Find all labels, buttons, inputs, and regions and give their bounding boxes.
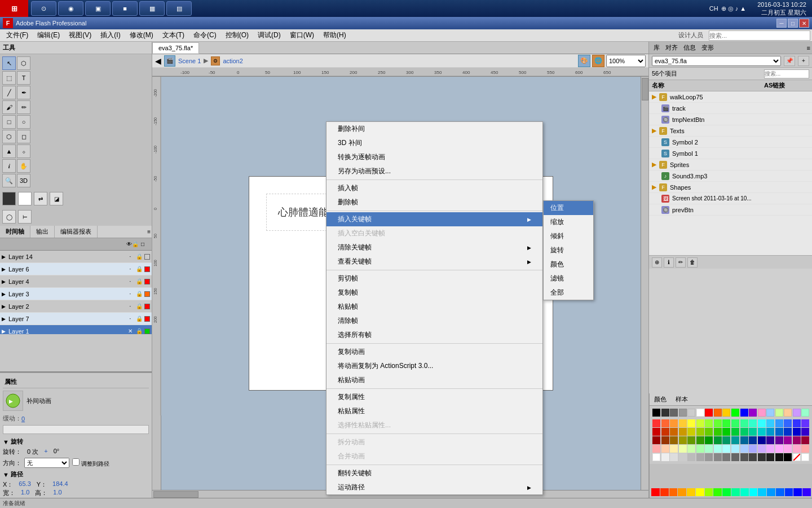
ctx-insert-keyframe[interactable]: 插入关键帧 ▶ [326, 212, 542, 226]
color-swatch[interactable] [731, 419, 739, 427]
color-swatch[interactable] [758, 436, 766, 444]
color-swatch[interactable] [661, 445, 669, 453]
ctx-save-preset[interactable]: 另存为动画预设... [326, 164, 542, 178]
color-cell[interactable] [705, 409, 713, 417]
lib-new-btn[interactable]: + [798, 56, 809, 66]
color-swatch[interactable] [758, 445, 766, 453]
color-cell[interactable] [801, 409, 809, 417]
color-cell[interactable] [758, 409, 766, 417]
color-swatch[interactable] [696, 445, 704, 453]
ctx-copy-props[interactable]: 复制属性 [326, 390, 542, 404]
ease-value[interactable]: 0 [21, 415, 25, 422]
menu-text[interactable]: 文本(T) [158, 29, 189, 41]
color-swatch[interactable] [696, 419, 704, 427]
color-swatch[interactable] [652, 419, 660, 427]
ctx-cut-frames[interactable]: 剪切帧 [326, 271, 542, 286]
color-swatch[interactable] [801, 436, 809, 444]
color-swatch[interactable] [766, 428, 774, 436]
cs[interactable] [749, 488, 758, 496]
color-swatch[interactable] [696, 428, 704, 436]
tab-align[interactable]: 对齐 [663, 43, 681, 52]
taskbar-app-1[interactable]: ⊙ [31, 1, 56, 16]
color-swatch[interactable] [784, 436, 792, 444]
tool-pencil[interactable]: ✏ [17, 100, 30, 114]
color-swatch[interactable] [705, 436, 713, 444]
color-swatch[interactable] [775, 436, 783, 444]
tool-text[interactable]: T [17, 71, 30, 85]
layer-row-4[interactable]: ▶ Layer 4 · 🔒 [0, 275, 152, 288]
color-swatch[interactable] [705, 428, 713, 436]
lib-item-symbol2[interactable]: S Symbol 2 [649, 137, 812, 148]
lib-options-btn[interactable]: ≡ [807, 45, 810, 51]
color-swatch[interactable] [758, 453, 766, 461]
color-swatch[interactable] [679, 445, 687, 453]
path-checkbox[interactable] [72, 458, 80, 466]
color-swatch[interactable] [784, 419, 792, 427]
color-swatch[interactable] [661, 436, 669, 444]
tool-pen[interactable]: ✒ [17, 86, 30, 99]
tool-line[interactable]: ╱ [2, 86, 16, 99]
layer-row-14[interactable]: ▶ Layer 14 · 🔒 [0, 251, 152, 263]
search-input[interactable] [709, 30, 810, 41]
lib-item-sprites[interactable]: ▶ F Sprites [649, 159, 812, 170]
cs[interactable] [705, 488, 713, 496]
color-swatch[interactable] [793, 419, 801, 427]
swap-colors[interactable]: ⇄ [34, 192, 47, 205]
color-swatch[interactable] [687, 445, 695, 453]
tab-transform[interactable]: 变形 [699, 43, 717, 52]
color-swatch[interactable] [740, 453, 748, 461]
y-value[interactable]: 184.4 [52, 480, 68, 489]
cs[interactable] [722, 488, 731, 496]
cs[interactable] [740, 488, 749, 496]
cs[interactable] [793, 488, 802, 496]
taskbar-app-3[interactable]: ▣ [85, 1, 111, 16]
stroke-color[interactable] [2, 192, 16, 205]
sub-item-all[interactable]: 全部 [544, 286, 593, 300]
fill-color[interactable] [18, 192, 32, 205]
color-swatch[interactable] [740, 419, 748, 427]
sub-item-skew[interactable]: 倾斜 [544, 229, 593, 243]
lib-item-symbol1[interactable]: S Symbol 1 [649, 148, 812, 159]
menu-help[interactable]: 帮助(H) [319, 29, 351, 41]
color-cell[interactable] [793, 409, 801, 417]
color-swatch[interactable] [775, 428, 783, 436]
color-swatch[interactable] [661, 428, 669, 436]
direction-select[interactable]: 无 [24, 458, 69, 468]
tool-select[interactable]: ↖ [2, 56, 16, 70]
cs[interactable] [767, 488, 775, 496]
color-swatch[interactable] [652, 436, 660, 444]
ctx-convert-frame[interactable]: 转换为逐帧动画 [326, 150, 542, 164]
ctx-paste-motion[interactable]: 粘贴动画 [326, 373, 542, 387]
breadcrumb-action2[interactable]: action2 [223, 58, 242, 64]
lib-edit-btn[interactable]: ✏ [676, 257, 686, 268]
lib-new-sym-btn[interactable]: ⊕ [652, 257, 662, 268]
tab-color[interactable]: 颜色 [650, 393, 671, 405]
tool-paint[interactable]: ⬦ [17, 144, 30, 158]
lib-pin-btn[interactable]: 📌 [784, 56, 795, 66]
color-swatch[interactable] [687, 453, 695, 461]
tab-output[interactable]: 输出 [30, 226, 55, 238]
color-swatch[interactable] [731, 445, 739, 453]
close-button[interactable]: ✕ [799, 19, 809, 28]
sub-item-filter[interactable]: 滤镜 [544, 271, 593, 286]
menu-window[interactable]: 窗口(W) [285, 29, 319, 41]
cs[interactable] [669, 488, 678, 496]
color-white[interactable] [801, 453, 809, 461]
cs[interactable] [785, 488, 793, 496]
color-cell[interactable] [775, 409, 783, 417]
ctx-copy-motion-as[interactable]: 将动画复制为 ActionScript 3.0... [326, 359, 542, 373]
color-swatch[interactable] [731, 453, 739, 461]
tool-eraser[interactable]: ◻ [17, 130, 30, 143]
menu-modify[interactable]: 修改(M) [125, 29, 158, 41]
color-swatch[interactable] [679, 419, 687, 427]
zoom-icon2[interactable]: 🌐 [592, 55, 604, 67]
color-swatch[interactable] [661, 453, 669, 461]
color-swatch[interactable] [793, 436, 801, 444]
ctx-3d-tween[interactable]: 3D 补间 [326, 136, 542, 150]
color-swatch[interactable] [749, 436, 757, 444]
color-swatch[interactable] [714, 445, 722, 453]
color-swatch[interactable] [722, 436, 730, 444]
color-swatch[interactable] [696, 436, 704, 444]
color-cell[interactable] [722, 409, 730, 417]
color-swatch[interactable] [766, 436, 774, 444]
